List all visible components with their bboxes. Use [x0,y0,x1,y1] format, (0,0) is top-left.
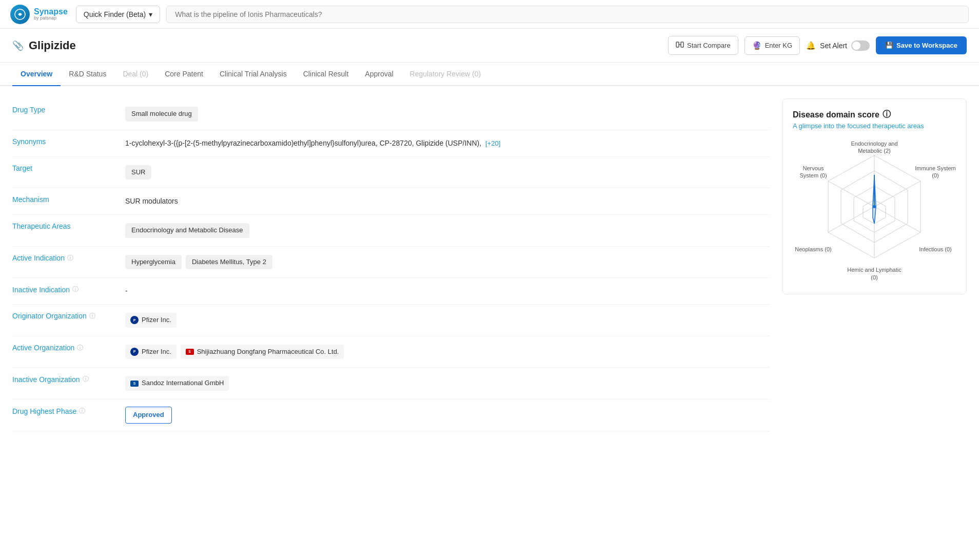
quick-finder-button[interactable]: Quick Finder (Beta) ▾ [76,6,160,23]
main-content: Drug Type Small molecule drug Synonyms 1… [0,86,979,444]
radar-label-nervous: Nervous System (0) [793,165,834,179]
active-org-pfizer-name: Pfizer Inc. [142,347,171,357]
mechanism-row: Mechanism SUR modulators [12,188,770,214]
set-alert-area: 🔔 Set Alert [806,41,870,51]
approved-badge: Approved [125,407,172,424]
tab-regulatory[interactable]: Regulatory Review (0) [402,63,490,86]
drug-highest-phase-value: Approved [125,407,770,424]
drug-type-row: Drug Type Small molecule drug [12,98,770,130]
active-indication-value: Hyperglycemia Diabetes Mellitus, Type 2 [125,254,770,271]
disease-domain-info-icon[interactable]: ⓘ [883,109,891,120]
target-label: Target [12,164,115,172]
disease-domain-subtitle: A glimpse into the focused therapeutic a… [793,122,956,130]
svg-rect-2 [676,42,679,47]
inactive-indication-info-icon[interactable]: ⓘ [72,285,79,294]
inactive-org-info-icon[interactable]: ⓘ [83,375,89,384]
svg-rect-3 [681,42,683,47]
originator-org-pfizer-name: Pfizer Inc. [142,315,171,326]
enter-kg-button[interactable]: 🔮 Enter KG [745,36,800,55]
logo-text: Synapse by patsnap [34,7,68,21]
inactive-org-row: Inactive Organization ⓘ S Sandoz Interna… [12,368,770,399]
logo-icon [10,5,30,24]
active-org-shijiazhuang[interactable]: S Shijiazhuang Dongfang Pharmaceutical C… [181,345,344,359]
compare-icon [676,41,684,50]
page-title: Glipizide [29,39,76,52]
mechanism-label: Mechanism [12,195,115,204]
active-indication-label: Active Indication ⓘ [12,254,115,263]
inactive-indication-row: Inactive Indication ⓘ - [12,278,770,304]
pfizer-logo-icon: P [130,316,139,324]
chevron-down-icon: ▾ [149,10,152,18]
disease-domain-card: Disease domain score ⓘ A glimpse into th… [782,98,967,294]
tabs-bar: Overview R&D Status Deal (0) Core Patent… [0,63,979,86]
tab-deal[interactable]: Deal (0) [114,63,156,86]
active-indication-tag-2: Diabetes Mellitus, Type 2 [186,255,272,270]
drug-highest-phase-info-icon[interactable]: ⓘ [79,407,85,415]
inactive-org-sandoz[interactable]: S Sandoz International GmbH [125,376,229,391]
save-to-workspace-label: Save to Workspace [896,42,957,49]
search-input[interactable] [166,6,969,23]
disease-domain-title: Disease domain score ⓘ [793,109,956,120]
header-actions: Start Compare 🔮 Enter KG 🔔 Set Alert 💾 S… [668,36,967,55]
active-indication-info-icon[interactable]: ⓘ [67,254,73,263]
top-nav: Synapse by patsnap Quick Finder (Beta) ▾ [0,0,979,29]
save-icon: 💾 [885,42,893,49]
originator-org-value: P Pfizer Inc. [125,312,770,329]
tab-approval[interactable]: Approval [357,63,401,86]
logo-area: Synapse by patsnap [10,5,68,24]
alert-icon: 🔔 [806,41,816,50]
tab-clinical-trial[interactable]: Clinical Trial Analysis [211,63,295,86]
originator-org-info-icon[interactable]: ⓘ [89,312,95,321]
tab-clinical-result[interactable]: Clinical Result [295,63,357,86]
target-row: Target SUR [12,157,770,189]
logo-synapse-label: Synapse [34,7,68,16]
radar-label-endocrinology: Endocrinology and Metabolic (2) [844,140,905,155]
enter-kg-label: Enter KG [765,42,792,49]
active-org-shijiazhuang-name: Shijiazhuang Dongfang Pharmaceutical Co.… [197,347,339,357]
drug-highest-phase-label: Drug Highest Phase ⓘ [12,407,115,415]
tab-rd-status[interactable]: R&D Status [61,63,114,86]
synonyms-text: 1-cyclohexyl-3-({p-[2-(5-methylpyrazinec… [125,139,481,147]
radar-labels: Endocrinology and Metabolic (2) Immune S… [793,140,956,284]
radar-label-hemic: Hemic and Lymphatic (0) [844,266,905,281]
shijiazhuang-logo-icon: S [186,349,194,355]
drug-type-label: Drug Type [12,106,115,114]
inactive-indication-value: - [125,285,770,296]
left-panel: Drug Type Small molecule drug Synonyms 1… [12,98,770,431]
synonyms-more-link[interactable]: [+20] [485,139,500,147]
set-alert-label: Set Alert [820,42,847,50]
therapeutic-areas-row: Therapeutic Areas Endocrinology and Meta… [12,215,770,247]
inactive-indication-label: Inactive Indication ⓘ [12,285,115,294]
synonyms-label: Synonyms [12,137,115,146]
pfizer-logo-icon-2: P [130,348,139,356]
tab-overview[interactable]: Overview [12,63,61,86]
radar-label-infectious: Infectious (0) [915,246,956,253]
page-title-area: 📎 Glipizide [12,39,668,52]
synonyms-row: Synonyms 1-cyclohexyl-3-({p-[2-(5-methyl… [12,130,770,157]
therapeutic-areas-label: Therapeutic Areas [12,222,115,230]
kg-icon: 🔮 [752,41,762,50]
target-tag: SUR [125,165,151,180]
alert-toggle[interactable] [851,41,870,51]
therapeutic-areas-value: Endocrinology and Metabolic Disease [125,222,770,239]
therapeutic-tag: Endocrinology and Metabolic Disease [125,223,249,238]
synonyms-value: 1-cyclohexyl-3-({p-[2-(5-methylpyrazinec… [125,137,770,149]
active-org-label: Active Organization ⓘ [12,344,115,352]
logo-sub-label: by patsnap [34,16,68,21]
save-to-workspace-button[interactable]: 💾 Save to Workspace [876,36,967,54]
target-value: SUR [125,164,770,181]
pin-icon: 📎 [12,40,24,51]
active-org-row: Active Organization ⓘ P Pfizer Inc. S Sh… [12,336,770,368]
svg-point-1 [19,13,21,15]
active-org-pfizer[interactable]: P Pfizer Inc. [125,345,177,359]
drug-highest-phase-row: Drug Highest Phase ⓘ Approved [12,399,770,431]
originator-org-label: Originator Organization ⓘ [12,312,115,321]
start-compare-button[interactable]: Start Compare [668,36,738,55]
tab-core-patent[interactable]: Core Patent [156,63,211,86]
drug-type-tag: Small molecule drug [125,107,198,122]
active-org-info-icon[interactable]: ⓘ [77,344,83,352]
start-compare-label: Start Compare [687,42,731,49]
inactive-org-sandoz-name: Sandoz International GmbH [142,378,224,389]
originator-org-pfizer[interactable]: P Pfizer Inc. [125,313,177,328]
quick-finder-label: Quick Finder (Beta) [84,10,146,18]
